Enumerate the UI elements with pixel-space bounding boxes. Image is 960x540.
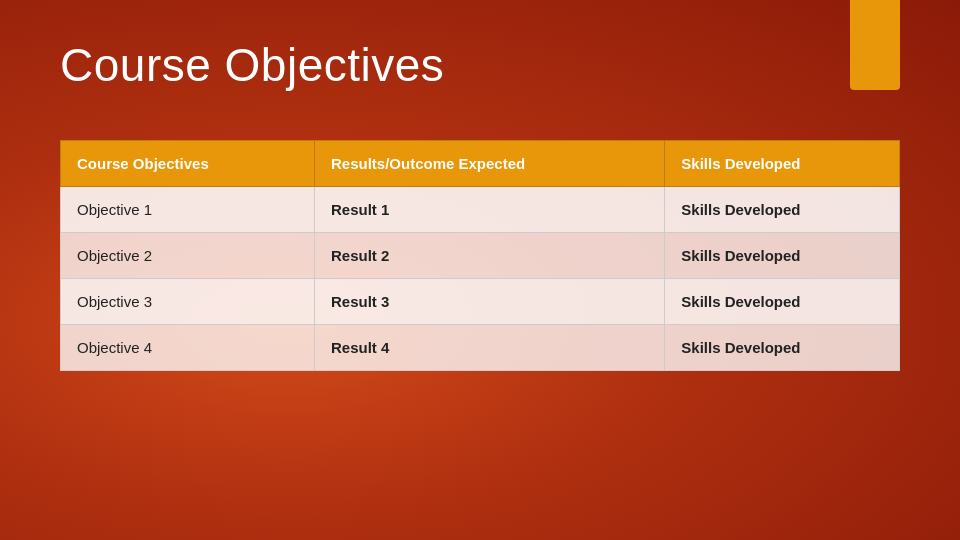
cell-r2-c1: Result 3 — [314, 279, 664, 325]
cell-r3-c1: Result 4 — [314, 325, 664, 371]
cell-r3-c2: Skills Developed — [665, 325, 900, 371]
table-row: Objective 1Result 1Skills Developed — [61, 187, 900, 233]
table-row: Objective 4Result 4Skills Developed — [61, 325, 900, 371]
table-row: Objective 2Result 2Skills Developed — [61, 233, 900, 279]
header-row: Course Objectives Results/Outcome Expect… — [61, 141, 900, 187]
cell-r2-c0: Objective 3 — [61, 279, 315, 325]
cell-r0-c2: Skills Developed — [665, 187, 900, 233]
table-header: Course Objectives Results/Outcome Expect… — [61, 141, 900, 187]
cell-r0-c1: Result 1 — [314, 187, 664, 233]
objectives-table: Course Objectives Results/Outcome Expect… — [60, 140, 900, 371]
cell-r1-c0: Objective 2 — [61, 233, 315, 279]
table-row: Objective 3Result 3Skills Developed — [61, 279, 900, 325]
cell-r2-c2: Skills Developed — [665, 279, 900, 325]
cell-r3-c0: Objective 4 — [61, 325, 315, 371]
col-header-objectives: Course Objectives — [61, 141, 315, 187]
table-body: Objective 1Result 1Skills DevelopedObjec… — [61, 187, 900, 371]
accent-bar — [850, 0, 900, 90]
cell-r1-c1: Result 2 — [314, 233, 664, 279]
col-header-skills: Skills Developed — [665, 141, 900, 187]
objectives-table-container: Course Objectives Results/Outcome Expect… — [60, 140, 900, 371]
col-header-results: Results/Outcome Expected — [314, 141, 664, 187]
cell-r0-c0: Objective 1 — [61, 187, 315, 233]
page-title: Course Objectives — [60, 38, 444, 92]
cell-r1-c2: Skills Developed — [665, 233, 900, 279]
